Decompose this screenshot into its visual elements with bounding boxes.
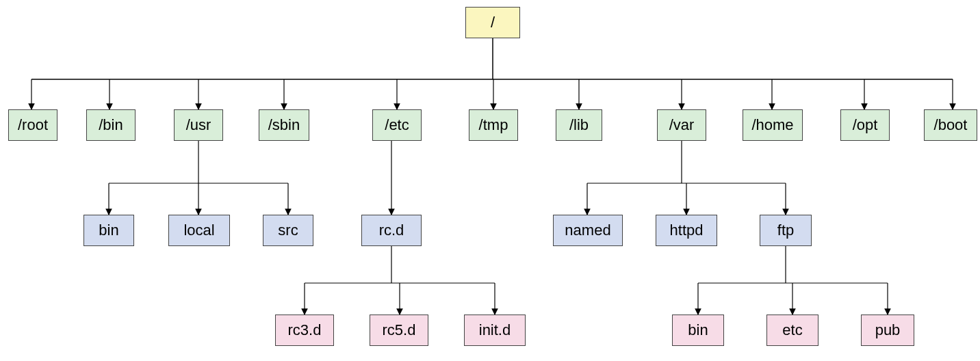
node-root-dir: /root — [8, 109, 57, 141]
node-bin: /bin — [86, 109, 136, 141]
connectors — [0, 0, 980, 361]
node-etc: /etc — [372, 109, 422, 141]
node-var-named: named — [553, 215, 623, 246]
node-etc-rcd: rc.d — [361, 215, 422, 246]
node-root: / — [465, 7, 520, 38]
node-rc3d: rc3.d — [275, 315, 334, 346]
node-ftp-bin: bin — [672, 315, 724, 346]
node-lib: /lib — [556, 109, 602, 141]
node-usr: /usr — [174, 109, 223, 141]
node-var-ftp: ftp — [760, 215, 812, 246]
node-var-httpd: httpd — [656, 215, 717, 246]
node-opt: /opt — [840, 109, 890, 141]
node-usr-bin: bin — [83, 215, 134, 246]
node-initd: init.d — [464, 315, 526, 346]
node-usr-local: local — [168, 215, 230, 246]
node-ftp-etc: etc — [766, 315, 818, 346]
node-var: /var — [657, 109, 706, 141]
node-usr-src: src — [263, 215, 313, 246]
node-ftp-pub: pub — [861, 315, 914, 346]
node-tmp: /tmp — [469, 109, 518, 141]
filesystem-tree-diagram: / /root /bin /usr /sbin /etc /tmp /lib /… — [0, 0, 980, 361]
node-sbin: /sbin — [259, 109, 309, 141]
node-home: /home — [743, 109, 803, 141]
node-rc5d: rc5.d — [370, 315, 428, 346]
node-boot: /boot — [924, 109, 977, 141]
